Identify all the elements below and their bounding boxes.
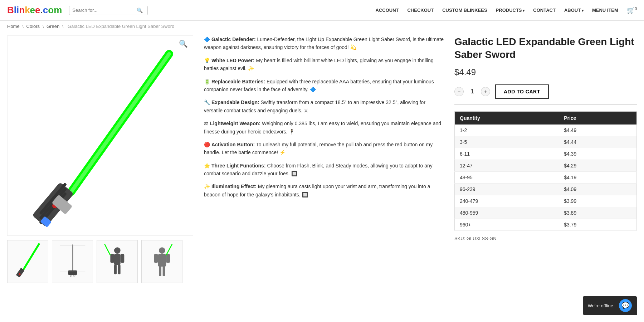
breadcrumb-sep-3: \: [62, 24, 65, 29]
pricing-row-price: $3.89: [559, 207, 636, 219]
main-image-container: 🔍: [7, 35, 193, 236]
svg-rect-29: [159, 266, 161, 276]
breadcrumb-current: Galactic LED Expandable Green Light Sabe…: [68, 24, 174, 29]
pricing-row-price: $3.99: [559, 195, 636, 207]
product-price: $4.49: [454, 67, 637, 77]
nav-account[interactable]: ACCOUNT: [375, 8, 399, 13]
pricing-row-qty: 12-47: [455, 160, 559, 171]
nav-products[interactable]: PRODUCTS: [496, 8, 525, 13]
breadcrumb: Home \ Colors \ Green \ Galactic LED Exp…: [0, 21, 644, 32]
product-images: 🔍: [7, 35, 193, 283]
main-content: 🔍: [0, 32, 644, 287]
desc-paragraph-6: ⭐ Three Light Functions: Choose from Fla…: [204, 162, 444, 178]
svg-rect-22: [114, 265, 117, 274]
desc-paragraph-1: 💡 White LED Power: My heart is filled wi…: [204, 57, 444, 73]
svg-point-18: [114, 247, 121, 254]
quantity-decrease-button[interactable]: −: [454, 87, 464, 96]
breadcrumb-colors[interactable]: Colors: [26, 24, 40, 29]
pricing-row-qty: 6-11: [455, 148, 559, 160]
svg-rect-30: [162, 266, 165, 276]
search-bar: 🔍: [69, 6, 148, 15]
pricing-table: Quantity Price 1-2$4.493-5$4.446-11$4.39…: [454, 111, 637, 231]
svg-rect-26: [158, 254, 166, 267]
main-nav: ACCOUNT CHECKOUT CUSTOM BLINKEES PRODUCT…: [375, 6, 637, 14]
desc-paragraph-5: 🔴 Activation Button: To unleash my full …: [204, 141, 444, 157]
header: Blinkee.com 🔍 ACCOUNT CHECKOUT CUSTOM BL…: [0, 0, 644, 21]
breadcrumb-sep-1: \: [22, 24, 25, 29]
breadcrumb-green[interactable]: Green: [47, 24, 59, 29]
pricing-row-qty: 3-5: [455, 136, 559, 148]
svg-line-31: [166, 244, 172, 255]
pricing-table-row: 1-2$4.49: [455, 125, 637, 136]
sku-line: SKU: GLUXLSS-GN: [454, 236, 637, 241]
svg-line-10: [21, 244, 39, 273]
pricing-row-price: $4.29: [559, 160, 636, 171]
desc-emoji-2: 🔋: [204, 79, 211, 84]
desc-paragraph-4: ⚖ Lightweight Weapon: Weighing only 0.38…: [204, 119, 444, 136]
pricing-table-row: 12-47$4.29: [455, 160, 637, 171]
pricing-table-header-row: Quantity Price: [455, 111, 637, 125]
divider: [454, 104, 637, 105]
pricing-row-qty: 48-95: [455, 171, 559, 183]
pricing-row-price: $4.19: [559, 171, 636, 183]
pricing-table-header-qty: Quantity: [455, 111, 559, 125]
search-input[interactable]: [72, 8, 137, 13]
pricing-table-row: 48-95$4.19: [455, 171, 637, 183]
product-title: Galactic LED Expandable Green Light Sabe…: [454, 35, 637, 62]
desc-emoji-5: 🔴: [204, 142, 211, 147]
pricing-row-price: $4.39: [559, 148, 636, 160]
pricing-table-row: 96-239$4.09: [455, 183, 637, 195]
product-main-image: [8, 36, 193, 235]
svg-point-25: [159, 247, 165, 254]
add-to-cart-button[interactable]: ADD TO CART: [495, 84, 549, 99]
logo[interactable]: Blinkee.com: [7, 5, 62, 16]
pricing-row-price: $4.44: [559, 136, 636, 148]
pricing-table-row: 3-5$4.44: [455, 136, 637, 148]
svg-rect-19: [114, 254, 121, 265]
thumbnail-3[interactable]: [97, 240, 138, 283]
quantity-value: 1: [469, 88, 476, 95]
thumbnails: 32.5": [7, 240, 193, 283]
desc-emoji-6: ⭐: [204, 163, 211, 169]
zoom-icon[interactable]: 🔍: [179, 39, 188, 48]
desc-emoji-3: 🔧: [204, 99, 211, 105]
pricing-row-qty: 96-239: [455, 183, 559, 195]
nav-contact[interactable]: CONTACT: [533, 8, 556, 13]
svg-line-1: [71, 54, 169, 192]
pricing-row-price: $3.79: [559, 219, 636, 230]
quantity-increase-button[interactable]: +: [481, 87, 490, 96]
thumbnail-2[interactable]: 32.5": [52, 240, 93, 283]
pricing-row-qty: 240-479: [455, 195, 559, 207]
quantity-row: − 1 + ADD TO CART: [454, 84, 637, 99]
pricing-row-price: $4.09: [559, 183, 636, 195]
breadcrumb-sep-2: \: [43, 24, 45, 29]
nav-menu-item[interactable]: MENU ITEM: [592, 8, 618, 13]
svg-text:32.5": 32.5": [69, 275, 75, 278]
nav-checkout[interactable]: CHECKOUT: [407, 8, 434, 13]
svg-rect-27: [154, 254, 158, 263]
cart-icon[interactable]: 🛒0: [627, 6, 637, 14]
desc-paragraph-7: ✨ Illuminating Effect: My gleaming aura …: [204, 182, 444, 199]
desc-paragraph-0: 🔷 Galactic Defender: Lumen-Defender, the…: [204, 35, 444, 52]
pricing-row-qty: 1-2: [455, 125, 559, 136]
svg-rect-28: [166, 254, 170, 263]
thumbnail-1[interactable]: [7, 240, 48, 283]
pricing-row-qty: 480-959: [455, 207, 559, 219]
nav-custom-blinkees[interactable]: CUSTOM BLINKEES: [442, 8, 487, 13]
nav-about[interactable]: ABOUT: [564, 8, 584, 13]
thumbnail-4[interactable]: [141, 240, 182, 283]
pricing-table-header-price: Price: [559, 111, 636, 125]
svg-line-24: [104, 244, 110, 255]
pricing-table-row: 480-959$3.89: [455, 207, 637, 219]
svg-rect-21: [120, 254, 124, 263]
desc-emoji-7: ✨: [204, 184, 211, 189]
desc-paragraph-2: 🔋 Replaceable Batteries: Equipped with t…: [204, 78, 444, 94]
svg-rect-20: [110, 254, 114, 263]
pricing-row-price: $4.49: [559, 125, 636, 136]
search-button[interactable]: 🔍: [137, 8, 143, 13]
pricing-table-row: 240-479$3.99: [455, 195, 637, 207]
breadcrumb-home[interactable]: Home: [7, 24, 20, 29]
desc-emoji-4: ⚖: [204, 121, 210, 126]
pricing-table-row: 960+$3.79: [455, 219, 637, 230]
product-description: 🔷 Galactic Defender: Lumen-Defender, the…: [200, 35, 447, 283]
